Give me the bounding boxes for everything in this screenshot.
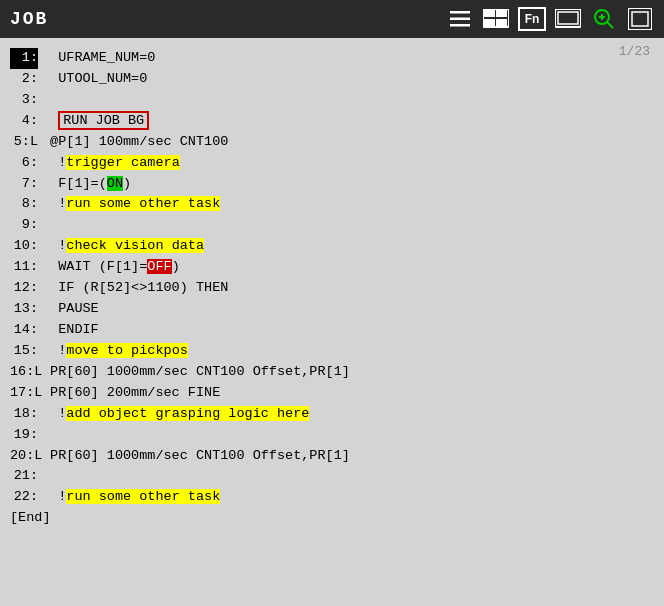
svg-rect-2: [450, 24, 470, 27]
line-content-14: ENDIF: [42, 320, 654, 341]
titlebar: JOB Fn: [0, 0, 664, 38]
line-content-22: !run some other task: [42, 487, 654, 508]
line-num-15: 15:: [10, 341, 38, 362]
line-content-17: PR[60] 200mm/sec FINE: [42, 383, 654, 404]
line-num-14: 14:: [10, 320, 38, 341]
line-content-4: RUN JOB BG: [42, 111, 654, 132]
line-11: 11: WAIT (F[1]=OFF): [10, 257, 654, 278]
line-num-3: 3:: [10, 90, 38, 111]
line-num-7: 7:: [10, 174, 38, 195]
line-num-4: 4:: [10, 111, 38, 132]
window-title: JOB: [10, 9, 48, 29]
svg-line-13: [607, 22, 613, 28]
svg-rect-7: [496, 19, 507, 26]
line-3: 3:: [10, 90, 654, 111]
move-pickpos-hl: move to pickpos: [66, 343, 188, 358]
line-5: 5:L @P[1] 100mm/sec CNT100: [10, 132, 654, 153]
line-content-20: PR[60] 1000mm/sec CNT100 Offset,PR[1]: [42, 446, 654, 467]
line-num-8: 8:: [10, 194, 38, 215]
line-8: 8: !run some other task: [10, 194, 654, 215]
line-20: 20:L PR[60] 1000mm/sec CNT100 Offset,PR[…: [10, 446, 654, 467]
add-grasping-hl: add object grasping logic here: [66, 406, 309, 421]
line-end: [End]: [10, 508, 654, 529]
line-content-18: !add object grasping logic here: [42, 404, 654, 425]
screen2-icon[interactable]: [554, 7, 582, 31]
line-content-2: UTOOL_NUM=0: [42, 69, 654, 90]
line-num-19: 19:: [10, 425, 38, 446]
line-content-12: IF (R[52]<>1100) THEN: [42, 278, 654, 299]
page-indicator: 1/23: [619, 44, 650, 59]
screen-icon[interactable]: [482, 7, 510, 31]
line-6: 6: !trigger camera: [10, 153, 654, 174]
off-hl: OFF: [147, 259, 171, 274]
toolbar-icons: Fn: [446, 7, 654, 31]
line-19: 19:: [10, 425, 654, 446]
line-num-17: 17:L: [10, 383, 38, 404]
line-content-8: !run some other task: [42, 194, 654, 215]
line-13: 13: PAUSE: [10, 299, 654, 320]
line-10: 10: !check vision data: [10, 236, 654, 257]
line-num-22: 22:: [10, 487, 38, 508]
line-num-1: 1:: [10, 48, 38, 69]
line-num-9: 9:: [10, 215, 38, 236]
line-num-16: 16:L: [10, 362, 38, 383]
line-content-13: PAUSE: [42, 299, 654, 320]
line-num-2: 2:: [10, 69, 38, 90]
line-content-16: PR[60] 1000mm/sec CNT100 Offset,PR[1]: [42, 362, 654, 383]
check-vision-hl: check vision data: [66, 238, 204, 253]
line-content-5: @P[1] 100mm/sec CNT100: [42, 132, 654, 153]
line-num-11: 11:: [10, 257, 38, 278]
svg-rect-9: [558, 12, 578, 24]
on-hl: ON: [107, 176, 123, 191]
line-num-5: 5:L: [10, 132, 38, 153]
line-content-7: F[1]=(ON): [42, 174, 654, 195]
run-other-task-hl-22: run some other task: [66, 489, 220, 504]
run-job-bg-highlight: RUN JOB BG: [58, 111, 149, 130]
line-22: 22: !run some other task: [10, 487, 654, 508]
zoom-in-icon[interactable]: [590, 7, 618, 31]
code-block: 1: UFRAME_NUM=0 2: UTOOL_NUM=0 3: 4: RUN…: [10, 48, 654, 529]
line-content-15: !move to pickpos: [42, 341, 654, 362]
line-num-6: 6:: [10, 153, 38, 174]
line-18: 18: !add object grasping logic here: [10, 404, 654, 425]
line-9: 9:: [10, 215, 654, 236]
svg-rect-5: [496, 10, 507, 17]
line-1: 1: UFRAME_NUM=0: [10, 48, 654, 69]
fullscreen-icon[interactable]: [626, 7, 654, 31]
line-num-21: 21:: [10, 466, 38, 487]
line-num-10: 10:: [10, 236, 38, 257]
line-num-end: [End]: [10, 508, 51, 529]
line-16: 16:L PR[60] 1000mm/sec CNT100 Offset,PR[…: [10, 362, 654, 383]
line-num-18: 18:: [10, 404, 38, 425]
line-7: 7: F[1]=(ON): [10, 174, 654, 195]
window: JOB Fn: [0, 0, 664, 606]
content-area: 1/23 1: UFRAME_NUM=0 2: UTOOL_NUM=0 3: 4…: [0, 38, 664, 606]
line-12: 12: IF (R[52]<>1100) THEN: [10, 278, 654, 299]
svg-rect-15: [632, 12, 648, 26]
line-15: 15: !move to pickpos: [10, 341, 654, 362]
line-content-6: !trigger camera: [42, 153, 654, 174]
fn-icon[interactable]: Fn: [518, 7, 546, 31]
svg-rect-0: [450, 11, 470, 14]
menu-icon[interactable]: [446, 7, 474, 31]
run-other-task-hl-8: run some other task: [66, 196, 220, 211]
line-17: 17:L PR[60] 200mm/sec FINE: [10, 383, 654, 404]
svg-rect-6: [484, 19, 495, 26]
svg-rect-4: [484, 10, 495, 17]
trigger-camera-hl: trigger camera: [66, 155, 179, 170]
line-num-13: 13:: [10, 299, 38, 320]
line-num-20: 20:L: [10, 446, 38, 467]
line-14: 14: ENDIF: [10, 320, 654, 341]
line-21: 21:: [10, 466, 654, 487]
line-content-1: UFRAME_NUM=0: [42, 48, 654, 69]
line-num-12: 12:: [10, 278, 38, 299]
line-content-10: !check vision data: [42, 236, 654, 257]
line-2: 2: UTOOL_NUM=0: [10, 69, 654, 90]
line-4: 4: RUN JOB BG: [10, 111, 654, 132]
line-content-11: WAIT (F[1]=OFF): [42, 257, 654, 278]
svg-rect-1: [450, 18, 470, 21]
